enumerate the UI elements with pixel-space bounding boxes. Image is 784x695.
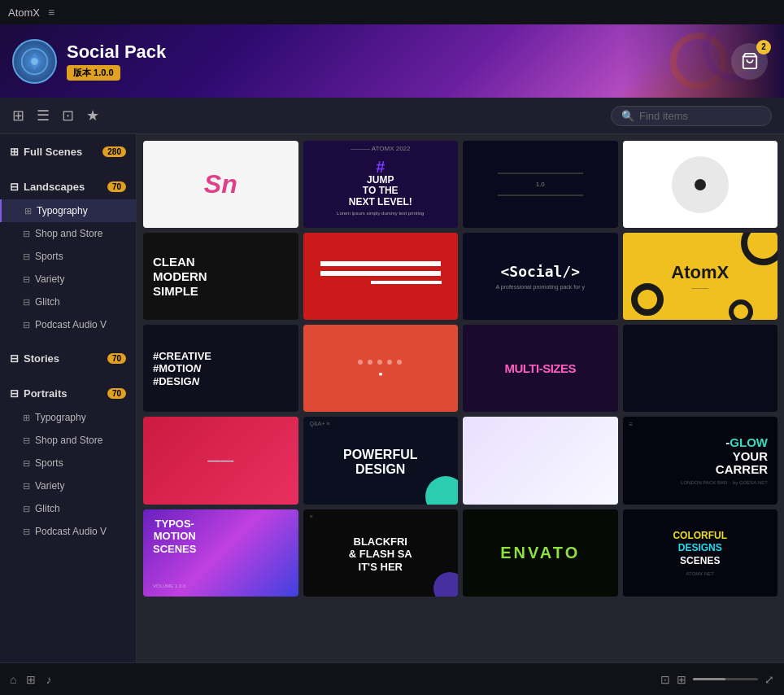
- sidebar-item-podcast-portrait[interactable]: ⊟ Podcast Audio V: [0, 520, 136, 543]
- item13-icons: ——: [207, 453, 233, 468]
- item4-dot: [695, 179, 706, 190]
- item12-inner: [623, 325, 778, 412]
- grid-item-14[interactable]: Q&A+ ≡ POWERFULDESIGN: [303, 417, 459, 504]
- grid-item-16[interactable]: ≡ -GLOWYOURCARRER LONDON PACK BAR by GOE…: [623, 417, 778, 504]
- item3-line1: [498, 173, 583, 174]
- podcast-portrait-label: Podcast Audio V: [35, 526, 107, 537]
- landscapes-label: Landscapes: [24, 181, 85, 193]
- star-icon[interactable]: ★: [86, 107, 99, 125]
- sidebar-item-sports-landscape[interactable]: ⊟ Sports: [0, 245, 136, 268]
- sidebar-item-shop-portrait[interactable]: ⊟ Shop and Store: [0, 429, 136, 452]
- grid-item-10[interactable]: ■: [303, 325, 459, 412]
- item20-sub: ATOMX.NET: [686, 571, 714, 576]
- title-bar: AtomX ≡: [0, 0, 784, 24]
- grid-item-13[interactable]: ——: [143, 417, 298, 504]
- sidebar-item-shop-landscape[interactable]: ⊟ Shop and Store: [0, 222, 136, 245]
- grid-item-5[interactable]: CLEANMODERNSIMPLE: [143, 233, 298, 320]
- grid-item-15[interactable]: [463, 417, 618, 504]
- grid-item-11[interactable]: MULTI-SIZES: [463, 325, 618, 412]
- list-view-icon[interactable]: ☰: [37, 107, 50, 125]
- podcast-icon: ⊟: [23, 320, 30, 330]
- bottom-icon-music[interactable]: ♪: [46, 673, 51, 686]
- grid-item-18[interactable]: ≡ BLACKFRI& FLASH SAIT'S HER: [303, 509, 459, 597]
- sidebar-item-typography-landscape[interactable]: ⊞ Typography: [0, 199, 136, 222]
- progress-fill: [693, 678, 725, 680]
- item7-sub: A professional promoting pack for y: [496, 284, 585, 290]
- search-bar[interactable]: 🔍: [611, 106, 772, 126]
- item16-sub: LONDON PACK BAR by GOESA.NET: [681, 480, 768, 485]
- grid-item-2[interactable]: ——— ATOMX 2022 # JUMPTO THENEXT LEVEL! L…: [303, 141, 459, 228]
- sidebar-item-podcast-landscape[interactable]: ⊟ Podcast Audio V: [0, 313, 136, 336]
- ring-decoration: [670, 33, 727, 90]
- grid-item-20[interactable]: COLORFUL DESIGNS SCENES ATOMX.NET: [623, 509, 778, 597]
- toolbar: ⊞ ☰ ⊡ ★ 🔍: [0, 98, 784, 134]
- bottom-icon-expand2[interactable]: ⊞: [677, 673, 686, 686]
- shop-icon: ⊟: [23, 229, 30, 239]
- sidebar-item-glitch-portrait[interactable]: ⊟ Glitch: [0, 497, 136, 520]
- bottom-icon-fullscreen[interactable]: ⤢: [764, 673, 774, 686]
- grid-item-6[interactable]: [303, 233, 459, 320]
- sidebar-item-glitch-landscape[interactable]: ⊟ Glitch: [0, 291, 136, 313]
- sidebar-category-stories[interactable]: ⊟ Stories 70: [0, 346, 136, 371]
- header-version: 版本 1.0.0: [67, 65, 120, 81]
- item19-text: ENVATO: [500, 544, 580, 562]
- grid-item-12[interactable]: [623, 325, 778, 412]
- sidebar-category-full-scenes[interactable]: ⊞ Full Scenes 280: [0, 139, 136, 164]
- sidebar-item-typography-portrait[interactable]: ⊞ Typography: [0, 406, 136, 429]
- search-icon: 🔍: [621, 110, 634, 122]
- cart-button[interactable]: 2: [731, 43, 768, 80]
- app-name: AtomX: [8, 7, 40, 19]
- portraits-badge: 70: [107, 388, 126, 399]
- item20-text: COLORFUL DESIGNS SCENES: [673, 530, 727, 568]
- item17-text: TYPOS-MOTIONSCENES: [153, 518, 196, 556]
- item2-header: ——— ATOMX 2022: [351, 145, 411, 152]
- variety-label: Variety: [35, 273, 64, 285]
- sidebar-category-landscapes[interactable]: ⊟ Landscapes 70: [0, 174, 136, 199]
- bottom-icon-grid[interactable]: ⊞: [26, 673, 36, 686]
- grid-item-3[interactable]: 1.0: [463, 141, 618, 228]
- typo-portrait-label: Typography: [35, 412, 86, 423]
- menu-icon[interactable]: ≡: [48, 6, 54, 19]
- bottom-bar: ⌂ ⊞ ♪ ⊡ ⊞ ⤢: [0, 662, 784, 695]
- typography-icon: ⊞: [24, 206, 32, 216]
- filters-icon[interactable]: ⊞: [12, 107, 24, 125]
- item6-bar1: [320, 261, 441, 266]
- glitch-portrait-icon: ⊟: [23, 504, 30, 514]
- grid-item-7[interactable]: <Social/> A professional promoting pack …: [463, 233, 618, 320]
- grid-item-1[interactable]: Sn: [143, 141, 298, 228]
- sidebar-item-variety-portrait[interactable]: ⊟ Variety: [0, 474, 136, 497]
- item18-header: ≡: [310, 514, 313, 519]
- sidebar-section-stories: ⊟ Stories 70: [0, 341, 136, 376]
- item1-text: Sn: [204, 169, 237, 199]
- item8-sub: ———: [691, 285, 708, 291]
- sidebar-category-portraits[interactable]: ⊟ Portraits 70: [0, 381, 136, 406]
- item5-text: CLEANMODERNSIMPLE: [153, 255, 207, 299]
- variety-portrait-label: Variety: [35, 480, 64, 492]
- sidebar-item-variety-landscape[interactable]: ⊟ Variety: [0, 268, 136, 291]
- item4-circle: [672, 156, 729, 213]
- item16-header: ≡: [629, 421, 634, 428]
- sports-label: Sports: [35, 251, 63, 262]
- grid-item-19[interactable]: ENVATO: [463, 509, 618, 597]
- search-input[interactable]: [639, 110, 761, 122]
- app-logo: [12, 39, 57, 84]
- item18-text: BLACKFRI& FLASH SAIT'S HER: [349, 535, 412, 574]
- full-scenes-badge: 280: [102, 146, 126, 157]
- grid-item-9[interactable]: #CREATIVE#MOTION#DESIGN: [143, 325, 298, 412]
- grid-view-icon[interactable]: ⊡: [62, 107, 74, 125]
- grid-item-4[interactable]: [623, 141, 778, 228]
- glitch-portrait-label: Glitch: [35, 503, 60, 514]
- item6-bar3: [371, 281, 442, 284]
- sidebar-item-sports-portrait[interactable]: ⊟ Sports: [0, 452, 136, 474]
- bottom-icon-home[interactable]: ⌂: [10, 673, 16, 686]
- progress-bar: [693, 678, 758, 680]
- grid-item-17[interactable]: TYPOS-MOTIONSCENES VOLUME 1.0.0: [143, 509, 298, 597]
- variety-icon: ⊟: [23, 274, 30, 285]
- grid-item-8[interactable]: AtomX ———: [623, 233, 778, 320]
- item10-dots: [358, 360, 403, 365]
- bottom-icon-expand1[interactable]: ⊡: [660, 673, 670, 686]
- item3-line2: [498, 195, 583, 196]
- landscapes-badge: 70: [107, 181, 126, 192]
- sidebar-section-landscapes: ⊟ Landscapes 70 ⊞ Typography ⊟ Shop and …: [0, 169, 136, 341]
- sidebar-section-full-scenes: ⊞ Full Scenes 280: [0, 134, 136, 169]
